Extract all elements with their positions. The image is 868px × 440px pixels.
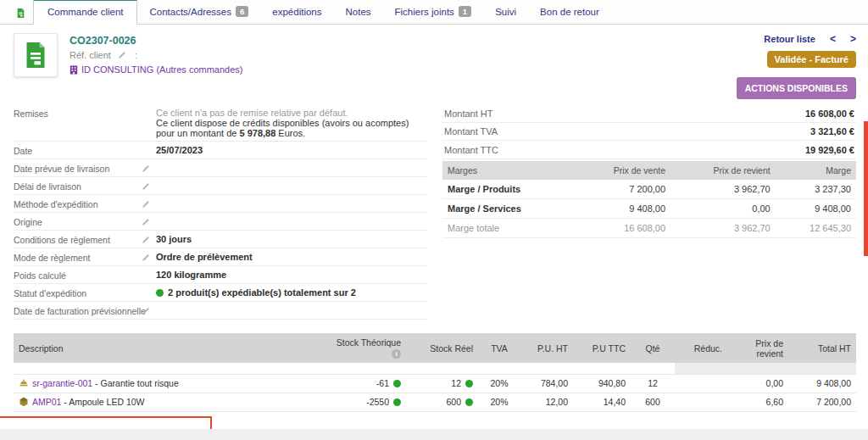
margins-header: Marges <box>442 161 574 180</box>
ref-client-colon: : <box>135 50 137 60</box>
tab-label: Commande client <box>47 7 123 17</box>
right-field-column: Montant HT 16 608,00 € Montant TVA 3 321… <box>442 104 856 320</box>
remises-line1: Ce client n'a pas de remise relative par… <box>156 108 427 118</box>
tab-suivi[interactable]: Suivi <box>483 0 528 24</box>
tab-label: expéditions <box>272 7 321 17</box>
field-row-delai-livraison: Délai de livraison <box>14 177 427 195</box>
left-field-column: Remises Ce client n'a pas de remise rela… <box>14 104 427 320</box>
ref-client-label: Réf. client <box>70 50 111 60</box>
product-cube-icon <box>19 397 29 407</box>
margin-revient: 0,00 <box>670 198 776 218</box>
margins-table: Marges Prix de vente Prix de revient Mar… <box>442 161 856 238</box>
product-label: - Ampoule LED 10W <box>61 397 144 407</box>
total-label: Montant TTC <box>444 145 498 155</box>
col-qte: Qté <box>631 333 675 363</box>
thirdparty-row: ID CONSULTING (Autres commandes) <box>70 63 243 77</box>
edit-pencil-icon[interactable] <box>141 198 156 209</box>
tab-bon-de-retour[interactable]: Bon de retour <box>528 0 611 24</box>
margins-header: Marge <box>776 161 856 180</box>
total-value: 16 608,00 € <box>805 109 854 119</box>
service-icon <box>19 378 29 388</box>
edit-pencil-icon[interactable] <box>117 49 132 60</box>
remises-line2: Ce client dispose de crédits disponibles… <box>156 118 427 138</box>
icon-slot <box>141 270 156 271</box>
margin-marge: 9 408,00 <box>776 198 856 218</box>
tab-count-badge: 1 <box>459 6 471 17</box>
edit-pencil-icon[interactable] <box>141 252 156 263</box>
next-record-arrow[interactable]: > <box>850 33 856 45</box>
qte-value: 12 <box>631 374 675 393</box>
status-badge: Validée - Facturé <box>767 51 856 68</box>
tab-expeditions[interactable]: expéditions <box>260 0 333 24</box>
lines-header-row: Description Stock Théoriquei Stock Réel … <box>14 333 856 363</box>
field-row-origine: Origine <box>14 213 427 231</box>
margins-header: Prix de revient <box>670 161 776 180</box>
product-label: - Garantie tout risque <box>92 378 179 388</box>
field-label: Statut d'expédition <box>14 287 141 298</box>
margin-vente: 16 608,00 <box>574 218 671 237</box>
field-label: Délai de livraison <box>14 181 141 192</box>
col-tva: TVA <box>478 333 520 363</box>
col-reduc: Réduc. <box>675 333 727 363</box>
field-label: Remises <box>14 108 141 119</box>
margins-header-row: Marges Prix de vente Prix de revient Mar… <box>442 161 856 180</box>
field-label: Date prévue de livraison <box>14 163 141 174</box>
edit-pencil-icon[interactable] <box>141 216 156 227</box>
field-value: 120 kilogramme <box>156 270 226 280</box>
stock-theorique-value: -61 <box>376 378 389 388</box>
edit-pencil-icon[interactable] <box>141 305 156 316</box>
edit-pencil-icon[interactable] <box>141 234 156 245</box>
field-label: Conditions de règlement <box>14 234 141 245</box>
margins-header: Prix de vente <box>574 161 671 180</box>
actions-disponibles-button[interactable]: ACTIONS DISPONIBLES <box>737 77 856 99</box>
reduc-value <box>675 374 727 393</box>
shippable-status-text: 2 produit(s) expédiable(s) totalement su… <box>168 287 356 298</box>
back-to-list-link[interactable]: Retour liste <box>764 34 815 44</box>
tab-notes[interactable]: Notes <box>333 0 382 24</box>
reduc-value <box>675 393 727 411</box>
icon-slot <box>141 108 156 109</box>
field-value: 30 jours <box>156 234 192 244</box>
bottom-strip <box>0 429 868 440</box>
tab-label: Suivi <box>495 7 516 17</box>
icon-slot <box>141 287 156 289</box>
field-row-mode-reglement: Mode de règlement Ordre de prélèvement <box>14 248 427 266</box>
pu-ht-value: 12,00 <box>520 393 573 411</box>
edit-pencil-icon[interactable] <box>141 181 156 192</box>
tab-commande-client[interactable]: Commande client <box>33 0 137 25</box>
tab-count-badge: 6 <box>236 6 248 17</box>
field-label: Date <box>14 145 141 156</box>
total-row-montant-ttc: Montant TTC 19 929,60 € <box>442 141 856 159</box>
stock-status-dot <box>393 380 401 387</box>
prix-revient-value: 6,60 <box>727 393 788 411</box>
margin-label: Marge / Services <box>442 198 574 218</box>
stock-status-dot <box>465 398 473 406</box>
field-row-methode-expedition: Méthode d'expédition <box>14 195 427 213</box>
field-value: 2 produit(s) expédiable(s) totalement su… <box>156 287 356 298</box>
spacer-row <box>14 363 856 374</box>
col-stock-reel: Stock Réel <box>406 333 478 363</box>
tab-contacts-adresses[interactable]: Contacts/Adresses6 <box>137 0 260 24</box>
field-row-date-facturation-previsionnelle: Date de facturation prévisionnelle <box>14 302 427 320</box>
previous-record-arrow[interactable]: < <box>830 33 836 45</box>
stock-reel-value: 12 <box>451 378 461 388</box>
thirdparty-link[interactable]: ID CONSULTING (Autres commandes) <box>81 64 243 75</box>
margin-row-produits: Marge / Produits 7 200,00 3 962,70 3 237… <box>442 180 856 199</box>
col-pu-ttc: P.U TTC <box>573 333 631 363</box>
edit-pencil-icon[interactable] <box>141 163 156 174</box>
field-label: Méthode d'expédition <box>14 198 141 209</box>
order-line-service: sr-garantie-001 - Garantie tout risque -… <box>14 374 856 393</box>
total-row-montant-ht: Montant HT 16 608,00 € <box>442 104 856 123</box>
field-label: Date de facturation prévisionnelle <box>14 305 141 316</box>
tabbar: Commande client Contacts/Adresses6 expéd… <box>0 0 868 25</box>
credit-amount: 5 978,88 <box>239 128 275 138</box>
product-ref-link[interactable]: AMP01 <box>32 397 61 407</box>
tab-fichiers-joints[interactable]: Fichiers joints1 <box>383 0 484 24</box>
shippable-status-dot <box>156 289 164 297</box>
info-icon: i <box>392 349 401 359</box>
field-row-date-prevue-livraison: Date prévue de livraison <box>14 159 427 177</box>
product-ref-link[interactable]: sr-garantie-001 <box>32 378 92 388</box>
margin-vente: 7 200,00 <box>574 180 671 199</box>
margin-label: Marge / Produits <box>442 180 574 199</box>
margin-row-totale: Marge totale 16 608,00 3 962,70 12 645,3… <box>442 218 856 237</box>
